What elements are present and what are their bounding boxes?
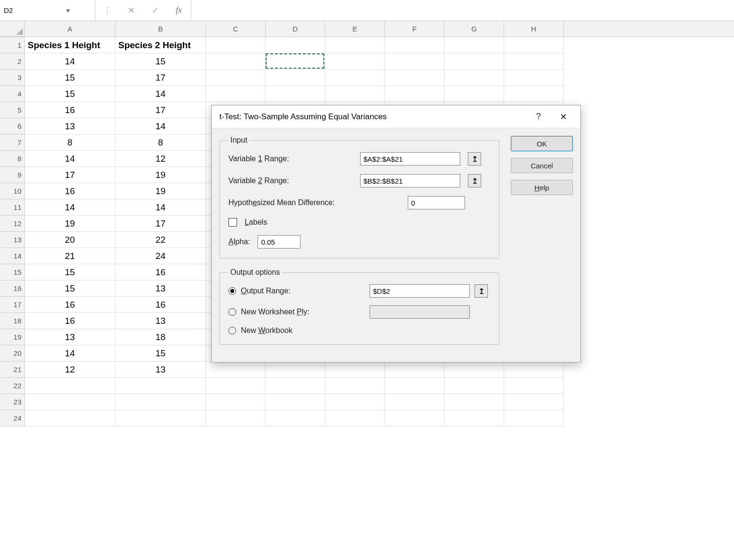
dialog-titlebar[interactable]: t-Test: Two-Sample Assuming Equal Varian…	[212, 105, 580, 128]
cell-E22[interactable]	[325, 378, 385, 394]
row-header-11[interactable]: 11	[0, 199, 24, 216]
cancel-button[interactable]: Cancel	[511, 158, 573, 173]
cell-E3[interactable]	[325, 70, 385, 86]
var2-range-input[interactable]	[360, 174, 460, 187]
cell-A18[interactable]: 16	[25, 313, 115, 329]
cell-A24[interactable]	[25, 410, 115, 426]
cell-F3[interactable]	[385, 70, 445, 86]
confirm-formula-icon[interactable]: ✓	[143, 0, 167, 21]
cell-A17[interactable]: 16	[25, 297, 115, 313]
cell-A14[interactable]: 21	[25, 248, 115, 264]
cell-E2[interactable]	[325, 53, 385, 70]
column-header-C[interactable]: C	[206, 21, 266, 37]
cell-A12[interactable]: 19	[25, 216, 115, 232]
cell-F23[interactable]	[385, 394, 445, 410]
cell-A1[interactable]: Species 1 Height	[25, 37, 115, 53]
column-header-H[interactable]: H	[504, 21, 564, 37]
row-header-1[interactable]: 1	[0, 37, 24, 53]
row-header-16[interactable]: 16	[0, 280, 24, 297]
cell-B12[interactable]: 17	[115, 216, 206, 232]
cell-A19[interactable]: 13	[25, 329, 115, 345]
cell-H24[interactable]	[504, 410, 564, 426]
cell-C1[interactable]	[206, 37, 266, 53]
cell-D22[interactable]	[266, 378, 325, 394]
cell-A23[interactable]	[25, 394, 115, 410]
cell-C3[interactable]	[206, 70, 266, 86]
output-range-input[interactable]	[370, 284, 470, 298]
row-header-8[interactable]: 8	[0, 151, 24, 167]
cell-D3[interactable]	[266, 70, 325, 86]
row-header-9[interactable]: 9	[0, 167, 24, 183]
options-icon[interactable]: ⋮	[95, 0, 119, 21]
row-header-13[interactable]: 13	[0, 232, 24, 248]
column-header-E[interactable]: E	[325, 21, 385, 37]
output-range-picker[interactable]: ↥	[475, 284, 488, 298]
cell-D4[interactable]	[266, 86, 325, 102]
column-header-D[interactable]: D	[266, 21, 325, 37]
new-worksheet-radio[interactable]	[228, 308, 236, 316]
row-header-10[interactable]: 10	[0, 183, 24, 199]
var1-range-picker[interactable]: ↥	[468, 152, 481, 166]
cell-C23[interactable]	[206, 394, 266, 410]
row-header-5[interactable]: 5	[0, 102, 24, 118]
cell-A7[interactable]: 8	[25, 135, 115, 151]
alpha-input[interactable]	[258, 235, 300, 249]
row-header-21[interactable]: 21	[0, 362, 24, 378]
row-header-3[interactable]: 3	[0, 70, 24, 86]
cell-B10[interactable]: 19	[115, 183, 206, 199]
cell-A16[interactable]: 15	[25, 280, 115, 297]
cell-B2[interactable]: 15	[115, 53, 206, 70]
row-header-19[interactable]: 19	[0, 329, 24, 345]
row-header-14[interactable]: 14	[0, 248, 24, 264]
labels-checkbox[interactable]	[228, 218, 237, 227]
cell-B6[interactable]: 14	[115, 118, 206, 135]
insert-function-button[interactable]: fx	[167, 0, 191, 21]
cell-F24[interactable]	[385, 410, 445, 426]
cell-D2[interactable]	[266, 53, 325, 70]
cell-E4[interactable]	[325, 86, 385, 102]
cell-G23[interactable]	[445, 394, 504, 410]
row-header-4[interactable]: 4	[0, 86, 24, 102]
row-header-22[interactable]: 22	[0, 378, 24, 394]
cell-B5[interactable]: 17	[115, 102, 206, 118]
cell-D24[interactable]	[266, 410, 325, 426]
cell-B16[interactable]: 13	[115, 280, 206, 297]
cell-H1[interactable]	[504, 37, 564, 53]
cell-D1[interactable]	[266, 37, 325, 53]
cell-F2[interactable]	[385, 53, 445, 70]
cell-A4[interactable]: 15	[25, 86, 115, 102]
cell-A5[interactable]: 16	[25, 102, 115, 118]
column-header-G[interactable]: G	[445, 21, 504, 37]
cell-F22[interactable]	[385, 378, 445, 394]
cell-A15[interactable]: 15	[25, 264, 115, 280]
cell-A20[interactable]: 14	[25, 345, 115, 362]
cell-D21[interactable]	[266, 362, 325, 378]
cell-D23[interactable]	[266, 394, 325, 410]
cell-G22[interactable]	[445, 378, 504, 394]
row-header-12[interactable]: 12	[0, 216, 24, 232]
cell-G3[interactable]	[445, 70, 504, 86]
cell-reference-input[interactable]	[4, 6, 61, 14]
cell-B1[interactable]: Species 2 Height	[115, 37, 206, 53]
cancel-formula-icon[interactable]: ✕	[119, 0, 143, 21]
cell-F4[interactable]	[385, 86, 445, 102]
var1-range-input[interactable]	[360, 152, 460, 166]
output-range-radio[interactable]	[228, 287, 236, 295]
cell-E1[interactable]	[325, 37, 385, 53]
cell-C21[interactable]	[206, 362, 266, 378]
cell-A21[interactable]: 12	[25, 362, 115, 378]
cell-B14[interactable]: 24	[115, 248, 206, 264]
cell-H22[interactable]	[504, 378, 564, 394]
cell-A10[interactable]: 16	[25, 183, 115, 199]
cell-H4[interactable]	[504, 86, 564, 102]
row-header-23[interactable]: 23	[0, 394, 24, 410]
var2-range-picker[interactable]: ↥	[468, 174, 481, 187]
new-workbook-radio[interactable]	[228, 327, 236, 334]
cell-B22[interactable]	[115, 378, 206, 394]
close-icon[interactable]: ✕	[551, 106, 576, 128]
cell-B17[interactable]: 16	[115, 297, 206, 313]
name-box-dropdown[interactable]: ▾	[61, 0, 75, 21]
column-header-B[interactable]: B	[115, 21, 206, 37]
name-box[interactable]: ▾	[0, 0, 95, 21]
cell-E23[interactable]	[325, 394, 385, 410]
